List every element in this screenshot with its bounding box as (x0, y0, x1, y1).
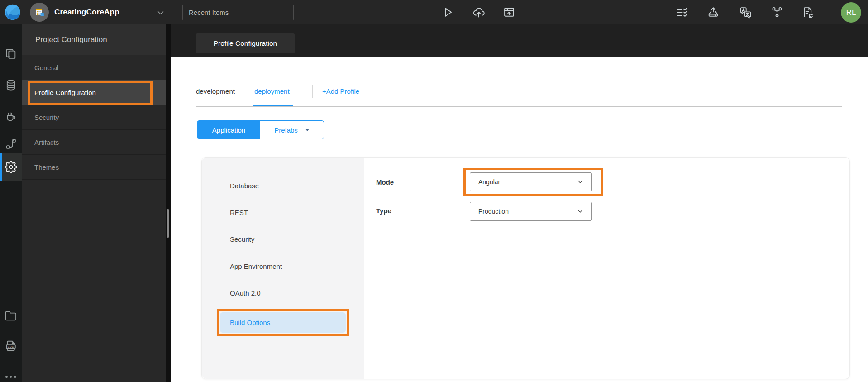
nav-item-rest[interactable]: REST (220, 202, 346, 223)
sidebar-item-security[interactable]: Security (22, 105, 166, 130)
sidebar-item-profile-configuration[interactable]: Profile Configuration (22, 80, 166, 105)
profile-configuration-content: development deployment +Add Profile Appl… (171, 57, 868, 382)
type-select[interactable]: Production (470, 202, 592, 221)
chevron-down-icon (576, 207, 584, 215)
run-preview-icon[interactable] (441, 6, 454, 19)
active-rail-indicator (0, 153, 2, 181)
sidebar-item-themes[interactable]: Themes (22, 155, 166, 180)
sidebar-item-artifacts[interactable]: Artifacts (22, 130, 166, 155)
mode-select-value: Angular (478, 178, 576, 186)
user-avatar[interactable]: RL (841, 2, 861, 23)
settings-nav-panel: Database REST Security App Environment O… (202, 158, 364, 379)
api-connector-icon[interactable] (5, 138, 17, 150)
type-label: Type (376, 205, 391, 217)
project-avatar-icon[interactable] (30, 3, 49, 22)
chevron-down-icon (576, 178, 584, 186)
nav-item-oauth[interactable]: OAuth 2.0 (220, 283, 346, 303)
nav-item-app-environment[interactable]: App Environment (220, 256, 346, 277)
log-file-icon[interactable]: LOG (5, 339, 17, 352)
application-toggle-button[interactable]: Application (197, 121, 260, 139)
version-control-share-icon[interactable] (771, 6, 783, 19)
wavemaker-logo-icon[interactable] (4, 3, 22, 21)
scope-toggle: Application Prefabs (197, 120, 324, 139)
more-options-dots-icon[interactable] (5, 376, 16, 379)
project-configuration-panel: Project Configuration General Profile Co… (22, 24, 166, 382)
settings-gear-icon[interactable] (5, 161, 17, 173)
main-area: Profile Configuration development deploy… (171, 24, 868, 382)
export-project-icon[interactable] (707, 6, 720, 19)
tab-development[interactable]: development (196, 82, 235, 100)
pages-icon[interactable] (5, 48, 17, 60)
app-window: CreatingCoreApp (0, 0, 868, 382)
prefabs-caret-down-icon (305, 129, 310, 131)
publish-window-icon[interactable] (503, 6, 515, 19)
profile-tabs: development deployment +Add Profile (171, 82, 868, 105)
project-menu-chevron-down-icon[interactable] (156, 8, 166, 18)
left-icon-rail: LOG (0, 24, 22, 382)
workspace-tab-strip: Profile Configuration (171, 24, 868, 57)
recent-items-input[interactable] (182, 5, 294, 20)
cloud-deploy-icon[interactable] (472, 6, 485, 19)
project-name[interactable]: CreatingCoreApp (54, 0, 119, 24)
svg-text:LOG: LOG (8, 345, 14, 348)
nav-item-security[interactable]: Security (220, 229, 346, 249)
tab-deployment[interactable]: deployment (254, 82, 290, 100)
sidebar-item-general[interactable]: General (22, 55, 166, 80)
mode-label: Mode (376, 176, 394, 189)
localization-translate-icon[interactable] (739, 6, 752, 19)
tabs-rule (196, 106, 842, 107)
panel-title: Project Configuration (22, 24, 166, 55)
mode-select[interactable]: Angular (470, 172, 592, 191)
build-options-card: Database REST Security App Environment O… (201, 157, 850, 379)
file-explorer-folder-icon[interactable] (5, 309, 17, 322)
add-profile-button[interactable]: +Add Profile (322, 82, 359, 100)
tab-divider (312, 85, 313, 98)
panel-scrollbar-thumb[interactable] (167, 209, 169, 238)
nav-item-build-options[interactable]: Build Options (220, 312, 346, 333)
tab-profile-configuration[interactable]: Profile Configuration (196, 33, 295, 53)
nav-item-database[interactable]: Database (220, 176, 346, 196)
panel-scrollbar-track[interactable] (166, 24, 171, 382)
document-sync-icon[interactable] (801, 6, 814, 19)
prefabs-toggle-button[interactable]: Prefabs (260, 121, 324, 139)
top-bar: CreatingCoreApp (0, 0, 868, 24)
type-select-value: Production (478, 208, 576, 215)
task-checklist-icon[interactable] (676, 6, 688, 19)
java-services-icon[interactable] (5, 110, 17, 123)
database-icon[interactable] (5, 79, 17, 91)
